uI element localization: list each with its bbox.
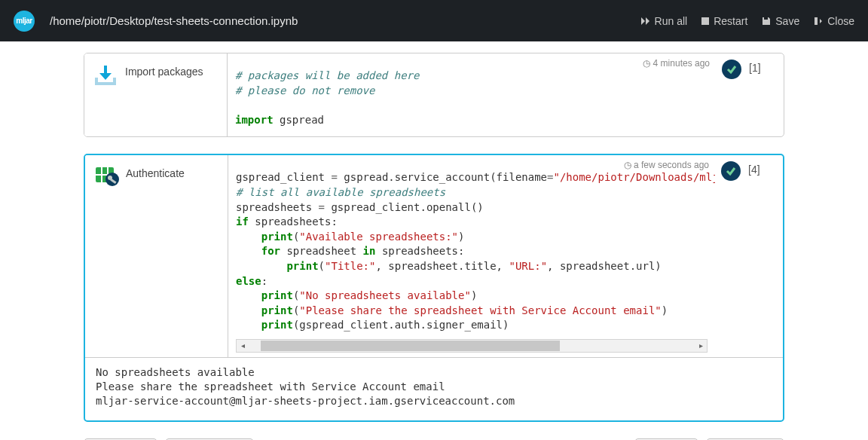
cell-timestamp: ◷ a few seconds ago xyxy=(228,160,715,170)
stop-icon xyxy=(701,17,710,26)
scroll-right-arrow[interactable]: ▸ xyxy=(695,341,707,350)
scroll-thumb[interactable] xyxy=(261,341,560,351)
mljar-logo: mljar xyxy=(14,11,35,32)
save-icon xyxy=(761,16,772,26)
run-all-icon xyxy=(640,16,651,26)
restart-label: Restart xyxy=(714,15,747,27)
close-button[interactable]: Close xyxy=(813,15,854,27)
success-badge xyxy=(721,161,741,181)
spreadsheet-key-icon xyxy=(93,163,120,190)
save-button[interactable]: Save xyxy=(761,15,799,27)
execution-count: [1] xyxy=(749,60,761,74)
top-bar: mljar /home/piotr/Desktop/test-sheets-co… xyxy=(0,0,868,41)
horizontal-scrollbar[interactable]: ◂ ▸ xyxy=(236,339,708,353)
code-editor[interactable]: gspread_client = gspread.service_account… xyxy=(228,170,715,338)
restart-button[interactable]: Restart xyxy=(701,15,747,27)
logout-icon xyxy=(813,16,824,26)
execution-count: [4] xyxy=(748,161,760,176)
svg-rect-0 xyxy=(701,17,709,25)
svg-marker-1 xyxy=(99,66,112,80)
notebook-path: /home/piotr/Desktop/test-sheets-connecti… xyxy=(50,14,298,27)
cell-output: No spreadsheets available Please share t… xyxy=(85,357,783,420)
scroll-left-arrow[interactable]: ◂ xyxy=(237,341,249,350)
cell-authenticate[interactable]: Authenticate ◷ a few seconds ago gspread… xyxy=(84,154,784,421)
run-all-label: Run all xyxy=(655,15,688,27)
save-label: Save xyxy=(775,15,799,27)
cell-label: Import packages xyxy=(125,61,203,78)
close-label: Close xyxy=(827,15,854,27)
code-editor[interactable]: # packages will be added here # please d… xyxy=(228,69,716,132)
cell-import-packages[interactable]: Import packages ◷ 4 minutes ago # packag… xyxy=(84,53,784,137)
cell-label: Authenticate xyxy=(126,163,185,179)
success-badge xyxy=(722,60,741,79)
clock-icon: ◷ xyxy=(643,58,650,69)
cell-timestamp: ◷ 4 minutes ago xyxy=(228,58,716,69)
download-icon xyxy=(92,61,119,88)
run-all-button[interactable]: Run all xyxy=(640,15,688,27)
clock-icon: ◷ xyxy=(624,160,631,170)
